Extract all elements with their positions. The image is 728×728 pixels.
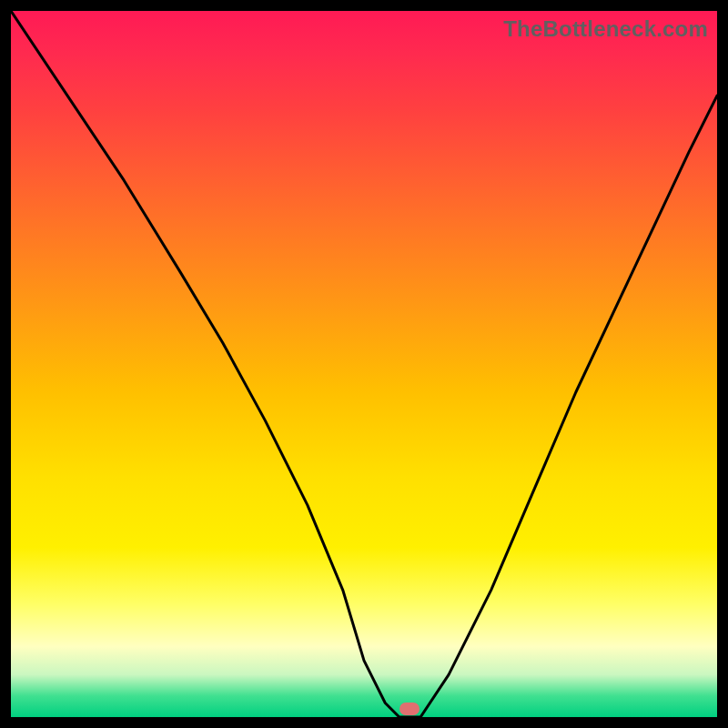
chart-container: TheBottleneck.com (0, 0, 728, 728)
optimal-marker (399, 703, 420, 715)
curve-svg (11, 11, 717, 717)
bottleneck-curve (11, 11, 717, 717)
plot-area: TheBottleneck.com (11, 11, 717, 717)
